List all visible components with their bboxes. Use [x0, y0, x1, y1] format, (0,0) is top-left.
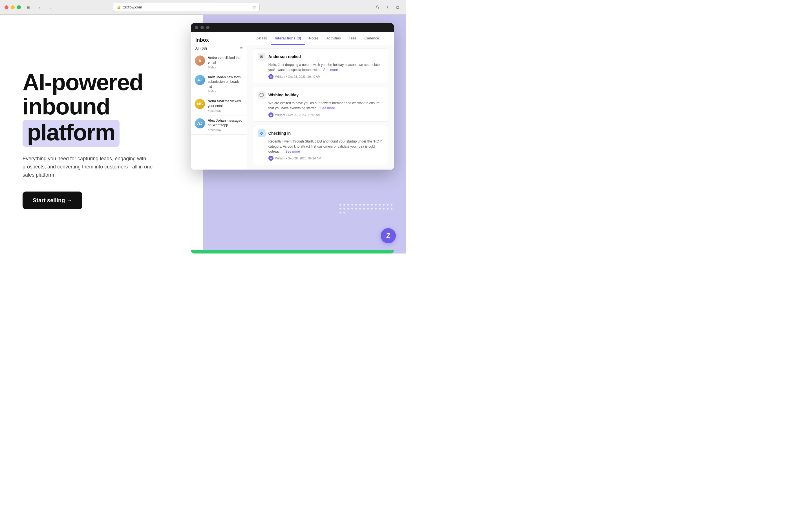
avatar-alexjohan: AJ	[195, 75, 205, 85]
green-bar	[191, 250, 394, 253]
interaction-body-anderson: Hello, Just dropping a note to wish you …	[268, 62, 384, 72]
interaction-heading-wishing: Wishing holiday	[268, 93, 299, 97]
avatar-alexjohan2: AJ	[195, 118, 205, 128]
interaction-title-wishing: 💬 Wishing holiday	[258, 91, 384, 99]
hero-line3: platform	[22, 120, 119, 147]
tab-details[interactable]: Details	[252, 32, 271, 45]
maximize-button[interactable]	[17, 5, 21, 9]
app-body: Inbox All (68) ≡ A Anderson clicked the …	[191, 32, 394, 170]
tabs-icon[interactable]: ⧉	[394, 3, 402, 11]
inbox-item-content-anderson: Anderson clicked the email Today	[208, 55, 243, 69]
inbox-sender-anderson: Anderson	[208, 56, 223, 60]
email-icon: ✉	[258, 53, 266, 61]
message-icon: 💬	[258, 91, 266, 99]
inbox-item-time-neha: Yesterday	[208, 109, 243, 112]
app-window: Inbox All (68) ≡ A Anderson clicked the …	[191, 23, 394, 170]
inbox-sender-neha: Neha Sharma	[208, 99, 230, 103]
inbox-item-content-alexjohan2: Alex Johan messaged on WhatsApp Yesterda…	[208, 118, 243, 132]
app-dot-1	[195, 26, 198, 29]
interaction-heading-checking: Checking in	[268, 131, 291, 135]
inbox-item-neha[interactable]: NS Neha Sharma viewed your email Yesterd…	[191, 96, 247, 115]
sidebar-toggle[interactable]: ⊟	[24, 3, 32, 11]
interaction-title-anderson: ✉ Anderson replied	[258, 53, 384, 61]
app-titlebar	[191, 23, 394, 32]
hero-section: AI-powered inbound platform Everything y…	[0, 15, 203, 253]
inbox-sender-alexjohan: Alex Johan	[208, 75, 226, 79]
meta-avatar-william2: W	[268, 112, 273, 117]
meta-author-3: William • Sep 28, 2023, 09:24 AM	[275, 157, 321, 160]
tab-cadence[interactable]: Cadence	[360, 32, 383, 45]
cta-button[interactable]: Start selling →	[22, 191, 82, 209]
inbox-sender-alexjohan2: Alex Johan	[208, 119, 226, 122]
hero-title: AI-powered inbound platform	[22, 70, 186, 147]
meta-avatar-william3: W	[268, 156, 273, 161]
hero-line2: inbound	[22, 94, 110, 119]
app-dot-3	[206, 26, 209, 29]
main-panel: Details Interactions (3) Notes Activitie…	[247, 32, 394, 170]
filter-icon[interactable]: ≡	[240, 46, 243, 50]
minimize-button[interactable]	[11, 5, 15, 9]
hero-line1: AI-powered	[22, 69, 143, 95]
zixflow-float-button[interactable]: Z	[380, 228, 396, 243]
hero-subtitle: Everything you need for capturing leads,…	[22, 155, 158, 179]
see-more-anderson[interactable]: See more	[323, 68, 338, 72]
traffic-lights	[4, 5, 21, 9]
inbox-item-anderson[interactable]: A Anderson clicked the email Today	[191, 53, 247, 72]
inbox-item-time-alexjohan2: Yesterday	[208, 128, 243, 131]
inbox-item-time-alexjohan: Today	[208, 90, 243, 93]
meta-author-2: William • Oct 25, 2023, 11:40 AM	[275, 113, 320, 117]
interaction-meta-anderson: W William • Oct 28, 2023, 10:40 AM	[268, 74, 384, 79]
browser-actions: ⎙ ＋ ⧉	[373, 3, 402, 11]
inbox-title: Inbox	[191, 32, 247, 46]
inbox-item-content-alexjohan: Alex Johan new form submission on Leads …	[208, 75, 243, 93]
interaction-heading-anderson: Anderson replied	[268, 54, 301, 59]
interaction-meta-checking: W William • Sep 28, 2023, 09:24 AM	[268, 156, 384, 161]
interaction-body-wishing: We are excited to have you as our newest…	[268, 101, 384, 111]
see-more-checking[interactable]: See more	[285, 150, 300, 154]
inbox-item-time-anderson: Today	[208, 66, 243, 69]
see-more-wishing[interactable]: See more	[320, 106, 335, 110]
tab-interactions[interactable]: Interactions (3)	[271, 32, 305, 45]
url-text: zixflow.com	[123, 5, 142, 9]
inbox-item-text-anderson: Anderson clicked the email	[208, 55, 243, 65]
inbox-item-alexjohan2[interactable]: AJ Alex Johan messaged on WhatsApp Yeste…	[191, 115, 247, 135]
inbox-item-content-neha: Neha Sharma viewed your email Yesterday	[208, 99, 243, 112]
inbox-filter-row: All (68) ≡	[191, 46, 247, 53]
inbox-item-text-alexjohan: Alex Johan new form submission on Leads …	[208, 75, 243, 89]
inbox-item-text-alexjohan2: Alex Johan messaged on WhatsApp	[208, 118, 243, 128]
back-button[interactable]: ‹	[36, 3, 43, 11]
interaction-body-checking: Recently I went through StartUp DB and f…	[268, 139, 384, 154]
inbox-count: All (68)	[195, 46, 207, 50]
tab-files[interactable]: Files	[345, 32, 360, 45]
inbox-item-text-neha: Neha Sharma viewed your email	[208, 99, 243, 108]
browser-chrome: ⊟ ‹ › 🔒 zixflow.com ↺ ⎙ ＋ ⧉	[0, 0, 406, 15]
new-tab-icon[interactable]: ＋	[384, 3, 391, 11]
whatsapp-icon: ⊚	[258, 129, 266, 137]
inbox-sidebar: Inbox All (68) ≡ A Anderson clicked the …	[191, 32, 247, 170]
page-content: AI-powered inbound platform Everything y…	[0, 15, 406, 253]
avatar-anderson: A	[195, 55, 205, 66]
meta-author-1: William • Oct 28, 2023, 10:40 AM	[275, 75, 320, 78]
avatar-neha: NS	[195, 99, 205, 109]
interaction-title-checking: ⊚ Checking in	[258, 129, 384, 137]
interaction-card-anderson: ✉ Anderson replied Hello, Just dropping …	[253, 48, 388, 83]
interaction-card-wishing: 💬 Wishing holiday We are excited to have…	[253, 87, 388, 122]
tab-notes[interactable]: Notes	[305, 32, 322, 45]
address-bar[interactable]: 🔒 zixflow.com ↺	[113, 3, 260, 12]
interactions-panel: ✉ Anderson replied Hello, Just dropping …	[247, 45, 394, 170]
app-dot-2	[200, 26, 204, 29]
inbox-item-alexjohan[interactable]: AJ Alex Johan new form submission on Lea…	[191, 72, 247, 96]
tab-activities[interactable]: Activities	[322, 32, 345, 45]
reload-icon[interactable]: ↺	[253, 5, 256, 10]
interaction-meta-wishing: W William • Oct 25, 2023, 11:40 AM	[268, 112, 384, 117]
forward-button[interactable]: ›	[47, 3, 55, 11]
interaction-card-checking: ⊚ Checking in Recently I went through St…	[253, 125, 388, 165]
meta-avatar-william1: W	[268, 74, 273, 79]
lock-icon: 🔒	[117, 5, 121, 9]
share-icon[interactable]: ⎙	[373, 3, 381, 11]
tabs-bar: Details Interactions (3) Notes Activitie…	[247, 32, 394, 45]
close-button[interactable]	[4, 5, 8, 9]
